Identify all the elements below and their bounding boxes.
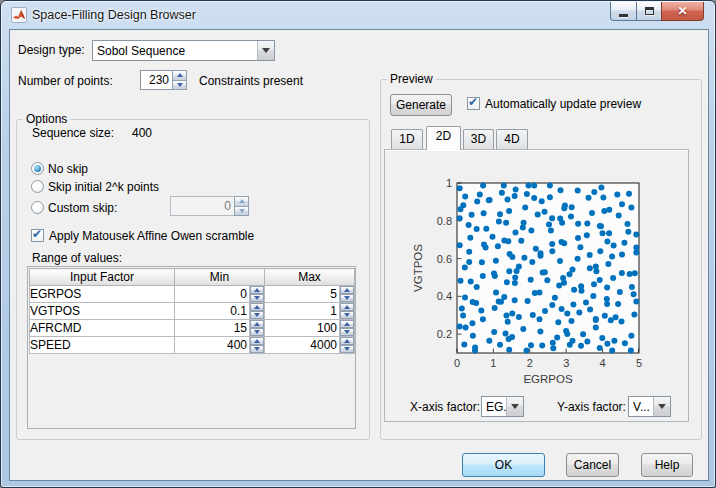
spin-down-icon [234,206,249,217]
y-tick-label: 1 [446,177,452,189]
scramble-checkbox[interactable] [31,229,44,242]
window-title: Space-Filling Design Browser [32,8,196,22]
table-row: AFRCMD 15 100 [30,320,355,337]
max-value[interactable]: 5 [265,286,339,302]
number-of-points-label: Number of points: [18,74,113,88]
x-tick-label: 1 [490,357,496,369]
radio-no-skip[interactable] [31,162,44,175]
range-table-panel: Input Factor Min Max EGRPOS 0 5 VGTPOS 0… [27,266,356,429]
number-of-points-value[interactable]: 230 [140,70,172,90]
design-type-label: Design type: [18,43,85,57]
spin-down-icon[interactable] [340,328,354,336]
radio-custom-skip-label: Custom skip: [48,201,117,215]
spin-down-icon[interactable] [340,294,354,302]
spin-up-icon[interactable] [340,320,354,328]
dialog-client-area: Design type: Sobol Sequence Number of po… [9,29,709,481]
factor-name: SPEED [30,337,175,354]
minimize-icon [619,14,628,17]
generate-button[interactable]: Generate [390,94,452,116]
range-table: Input Factor Min Max EGRPOS 0 5 VGTPOS 0… [29,268,355,354]
close-icon: ✕ [677,4,687,18]
scramble-checkbox-label: Apply Matousek Affine Owen scramble [49,229,254,243]
radio-skip-initial[interactable] [31,180,44,193]
tab-1d[interactable]: 1D [391,129,423,149]
ok-button[interactable]: OK [462,453,545,477]
titlebar[interactable]: Space-Filling Design Browser ✕ [1,1,715,29]
y-axis-factor-label: Y-axis factor: [557,400,626,414]
spin-up-icon[interactable] [340,286,354,294]
radio-no-skip-label: No skip [48,162,88,176]
spin-up-icon[interactable] [250,303,264,311]
min-value[interactable]: 0.1 [175,303,249,319]
col-header-input-factor[interactable]: Input Factor [30,269,175,286]
options-group-title: Options [23,112,70,126]
auto-update-checkbox[interactable] [467,97,480,110]
y-tick-label: 0.2 [437,328,452,340]
x-axis-factor-value: EG... [482,400,506,414]
y-axis-factor-combobox[interactable]: V... [628,396,671,417]
y-tick-label: 0.8 [437,215,452,227]
spin-down-icon[interactable] [340,311,354,319]
max-value[interactable]: 4000 [265,337,339,353]
radio-custom-skip[interactable] [31,201,44,214]
design-type-value: Sobol Sequence [93,44,257,58]
max-value[interactable]: 100 [265,320,339,336]
table-row: VGTPOS 0.1 1 [30,303,355,320]
table-header-row: Input Factor Min Max [30,269,355,286]
spin-up-icon[interactable] [250,286,264,294]
table-row: EGRPOS 0 5 [30,286,355,303]
range-of-values-label: Range of values: [32,251,122,265]
spin-up-icon[interactable] [250,320,264,328]
y-axis-label: VGTPOS [412,244,424,292]
x-axis-factor-combobox[interactable]: EG... [481,396,524,417]
tab-3d[interactable]: 3D [463,129,494,149]
cancel-button[interactable]: Cancel [566,453,619,477]
preview-group-title: Preview [387,72,436,86]
help-button[interactable]: Help [641,453,693,477]
tab-2d[interactable]: 2D [426,126,461,150]
x-axis-factor-label: X-axis factor: [410,400,480,414]
col-header-max[interactable]: Max [265,269,355,286]
x-tick-label: 2 [527,357,533,369]
number-of-points-spinner[interactable]: 230 [140,70,187,90]
x-tick-label: 4 [600,357,606,369]
design-type-combobox[interactable]: Sobol Sequence [92,40,275,61]
x-tick-label: 0 [454,357,460,369]
col-header-min[interactable]: Min [175,269,265,286]
scatter-plot: 0 1 2 3 4 5 1 0.8 0.6 0.4 0.2 EGRPOS VGT… [384,155,684,395]
chevron-down-icon[interactable] [653,397,670,416]
radio-skip-initial-label: Skip initial 2^k points [48,180,159,194]
constraints-present-note: Constraints present [199,74,303,88]
spin-down-icon[interactable] [340,345,354,353]
spin-up-icon[interactable] [340,303,354,311]
table-row: SPEED 400 4000 [30,337,355,354]
factor-name: EGRPOS [30,286,175,303]
dialog-window: Space-Filling Design Browser ✕ Design ty… [0,0,716,488]
spin-down-icon[interactable] [172,80,187,91]
sequence-size-value: 400 [132,126,152,140]
chevron-down-icon[interactable] [257,41,274,60]
spin-up-icon[interactable] [250,337,264,345]
spin-down-icon[interactable] [250,311,264,319]
spin-up-icon[interactable] [340,337,354,345]
spin-down-icon[interactable] [250,328,264,336]
custom-skip-value: 0 [170,196,234,216]
min-value[interactable]: 15 [175,320,249,336]
maximize-button[interactable] [636,2,662,21]
maximize-icon [645,7,654,15]
chevron-down-icon[interactable] [506,397,523,416]
max-value[interactable]: 1 [265,303,339,319]
factor-name: AFRCMD [30,320,175,337]
sequence-size-label: Sequence size: [32,126,114,140]
auto-update-checkbox-label: Automatically update preview [485,97,641,111]
y-tick-label: 0.6 [437,253,452,265]
close-button[interactable]: ✕ [661,2,704,21]
spin-down-icon[interactable] [250,345,264,353]
y-axis-factor-value: V... [629,400,653,414]
tab-4d[interactable]: 4D [496,129,528,149]
minimize-button[interactable] [610,2,637,21]
min-value[interactable]: 400 [175,337,249,353]
min-value[interactable]: 0 [175,286,249,302]
x-axis-label: EGRPOS [523,373,573,385]
spin-down-icon[interactable] [250,294,264,302]
